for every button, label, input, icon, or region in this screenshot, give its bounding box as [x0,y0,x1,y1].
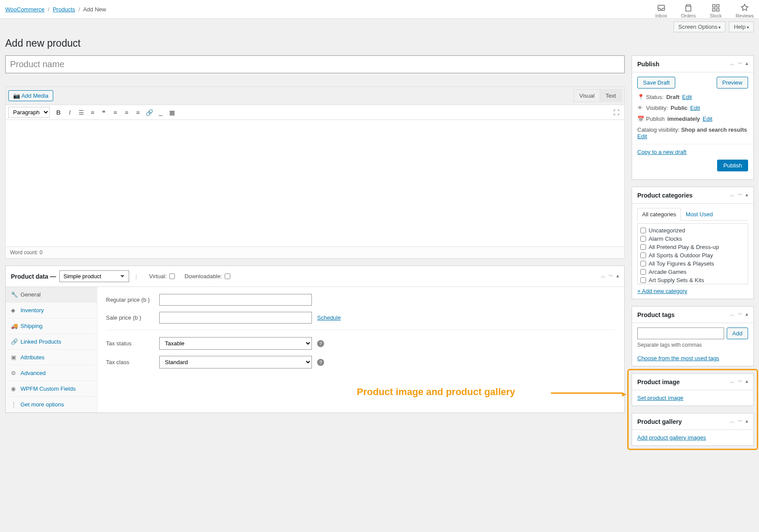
eye-icon: 👁 [637,105,643,111]
bold-icon[interactable]: B [53,107,64,118]
category-item[interactable]: All Toy Figures & Playsets [640,259,745,268]
format-select[interactable]: Paragraph [8,107,50,118]
tax-class-select[interactable]: Standard [159,356,312,368]
tab-text[interactable]: Text [600,89,622,102]
svg-rect-2 [712,5,715,7]
tags-title: Product tags [637,311,675,318]
product-name-input[interactable] [5,55,625,73]
downloadable-checkbox[interactable]: Downloadable: [185,273,230,280]
category-list[interactable]: Uncategorized Alarm Clocks All Pretend P… [637,223,748,284]
tab-linked[interactable]: 🔗Linked Products [6,334,97,350]
edit-date-link[interactable]: Edit [703,116,712,122]
edit-catalog-link[interactable]: Edit [637,133,647,140]
orders-icon[interactable]: Orders [681,3,696,18]
tab-general[interactable]: 🔧General [6,287,97,303]
breadcrumb-woocommerce[interactable]: WooCommerce [5,6,44,13]
tab-wpfm[interactable]: ◉WPFM Custom Fields [6,381,97,397]
chevron-down-icon[interactable]: ﹀ [738,191,743,199]
tab-advanced[interactable]: ⚙Advanced [6,365,97,381]
preview-button[interactable]: Preview [717,77,748,89]
chevron-down-icon[interactable]: ﹀ [738,418,743,425]
edit-status-link[interactable]: Edit [682,94,692,100]
save-draft-button[interactable]: Save Draft [637,77,675,89]
chevron-up-icon[interactable]: ︿ [730,418,735,425]
page-title: Add new product [5,35,754,55]
svg-rect-1 [686,6,691,11]
number-list-icon[interactable]: ≡ [87,107,98,118]
add-media-button[interactable]: 📷 Add Media [8,90,53,101]
chevron-down-icon[interactable]: ﹀ [738,60,743,68]
schedule-link[interactable]: Schedule [317,314,341,321]
link-icon: 🔗 [11,338,17,345]
fullscreen-icon[interactable]: ⛶ [611,107,622,118]
reviews-icon[interactable]: Reviews [735,3,754,18]
tab-attributes[interactable]: ▣Attributes [6,350,97,365]
link-icon[interactable]: 🔗 [144,107,154,118]
category-item[interactable]: Uncategorized [640,226,745,235]
annotation-arrow: ▶ [551,392,623,394]
align-center-icon[interactable]: ≡ [121,107,132,118]
sale-price-input[interactable] [159,312,312,324]
toolbar-toggle-icon[interactable]: ▦ [167,107,177,118]
regular-price-input[interactable] [159,294,312,306]
choose-tags-link[interactable]: Choose from the most used tags [637,355,719,361]
tab-shipping[interactable]: 🚚Shipping [6,318,97,334]
triangle-up-icon[interactable]: ▴ [745,378,748,385]
tab-most-used[interactable]: Most Used [681,208,718,220]
category-item[interactable]: All Sports & Outdoor Play [640,251,745,259]
categories-title: Product categories [637,192,693,199]
align-right-icon[interactable]: ≡ [133,107,143,118]
help-button[interactable]: Help [729,21,754,32]
regular-price-label: Regular price (b ) [106,297,154,303]
quote-icon[interactable]: ❝ [99,107,109,118]
chevron-up-icon[interactable]: ︿ [730,378,735,385]
tag-icon: ▣ [11,354,17,361]
tab-all-categories[interactable]: All categories [637,208,681,221]
add-gallery-images-link[interactable]: Add product gallery images [637,434,706,441]
edit-visibility-link[interactable]: Edit [690,105,700,111]
tag-input[interactable] [637,327,724,339]
triangle-up-icon[interactable]: ▴ [745,418,748,425]
bullet-list-icon[interactable]: ☰ [76,107,86,118]
chevron-down-icon[interactable]: ﹀ [738,378,743,385]
help-icon[interactable]: ? [317,359,324,366]
category-item[interactable]: Art Supply Sets & Kits [640,276,745,284]
product-type-select[interactable]: Simple product [59,270,129,282]
stock-icon[interactable]: Stock [710,3,722,18]
chevron-down-icon[interactable]: ﹀ [738,311,743,318]
inbox-icon[interactable]: Inbox [655,3,667,18]
add-category-link[interactable]: + Add new category [637,288,687,294]
editor-body[interactable] [6,120,624,246]
category-item[interactable]: Arcade Games [640,268,745,276]
screen-options-button[interactable]: Screen Options [674,21,725,32]
tax-status-select[interactable]: Taxable [159,337,312,350]
category-item[interactable]: All Pretend Play & Dress-up [640,243,745,251]
align-left-icon[interactable]: ≡ [110,107,120,118]
triangle-up-icon[interactable]: ▴ [616,273,619,280]
help-icon[interactable]: ? [317,340,324,347]
copy-draft-link[interactable]: Copy to a new draft [637,149,687,155]
triangle-up-icon[interactable]: ▴ [745,60,748,68]
virtual-checkbox[interactable]: Virtual: [149,273,175,280]
set-product-image-link[interactable]: Set product image [637,395,684,401]
chevron-up-icon[interactable]: ︿ [730,191,735,199]
pin-icon: 📍 [637,94,643,100]
sale-price-label: Sale price (b ) [106,314,154,321]
tab-inventory[interactable]: ◆Inventory [6,303,97,318]
chevron-up-icon[interactable]: ︿ [730,311,735,318]
add-tag-button[interactable]: Add [727,327,748,339]
product-data-label: Product data — [11,273,56,280]
tab-visual[interactable]: Visual [574,89,600,102]
italic-icon[interactable]: I [65,107,75,118]
triangle-up-icon[interactable]: ▴ [745,191,748,199]
svg-rect-4 [712,9,715,11]
publish-button[interactable]: Publish [717,160,748,171]
chevron-up-icon[interactable]: ︿ [730,60,735,68]
chevron-down-icon[interactable]: ﹀ [609,273,614,280]
breadcrumb-products[interactable]: Products [53,6,75,13]
tab-more[interactable]: ⋮Get more options [6,397,97,413]
category-item[interactable]: Alarm Clocks [640,235,745,243]
readmore-icon[interactable]: ⎯ [155,107,166,118]
chevron-up-icon[interactable]: ︿ [601,273,606,280]
triangle-up-icon[interactable]: ▴ [745,311,748,318]
